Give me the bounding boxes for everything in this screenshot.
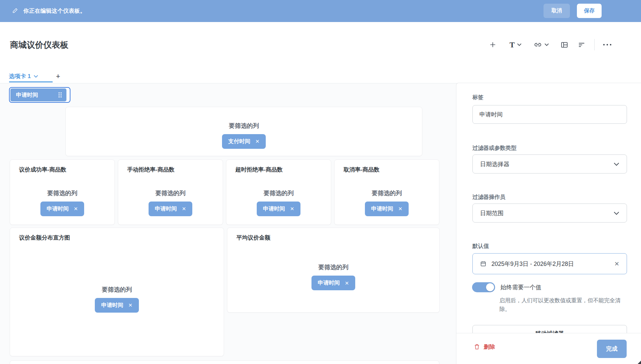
label-input[interactable] [472, 105, 627, 124]
chevron-down-icon [614, 212, 619, 215]
card-title: 手动拒绝率-商品数 [127, 166, 175, 173]
add-card-button[interactable] [487, 39, 499, 51]
drag-grabber-icon[interactable] [58, 92, 62, 98]
column-chip-label: 申请时间 [155, 205, 177, 213]
column-chip[interactable]: 申请时间 ✕ [257, 202, 301, 216]
default-value-date-input[interactable]: 2025年9月3日 - 2026年2月28日 ✕ [472, 253, 627, 274]
column-to-filter-label: 要筛选的列 [47, 189, 77, 197]
tab-selector[interactable]: 选项卡 1 [9, 72, 38, 80]
active-tab-label: 选项卡 1 [9, 72, 31, 80]
column-to-filter-label: 要筛选的列 [102, 286, 132, 294]
add-link-button[interactable] [531, 39, 552, 51]
require-value-description: 启用后，人们可以更改数值或重置，但不能完全清除。 [499, 296, 630, 314]
link-icon [534, 41, 542, 49]
corner-resize-artifact [638, 361, 641, 364]
column-chip-label: 申请时间 [47, 205, 69, 213]
default-date-range-value: 2025年9月3日 - 2026年2月28日 [491, 260, 614, 268]
column-chip-label: 申请时间 [318, 279, 340, 287]
column-chip-label: 申请时间 [371, 205, 393, 213]
edit-mode-message: 你正在编辑这个仪表板。 [23, 7, 86, 15]
ellipsis-icon [603, 44, 612, 46]
filter-operator-value: 日期范围 [480, 209, 503, 217]
add-filter-button[interactable] [576, 39, 588, 51]
text-tool-icon: T [509, 41, 514, 49]
filter-settings-sidebar: 标签 过滤器或参数类型 日期选择器 过滤器操作员 日期范围 默认值 2025年9… [456, 83, 641, 364]
remove-column-icon[interactable]: ✕ [345, 281, 349, 286]
column-chip-label: 申请时间 [263, 205, 285, 213]
edit-mode-bar: 你正在编辑这个仪表板。 取消 保存 [0, 0, 641, 22]
remove-column-icon[interactable]: ✕ [128, 303, 133, 308]
card-bargain-success-rate[interactable]: 议价成功率-商品数 要筛选的列 申请时间 ✕ [10, 159, 115, 225]
column-to-filter-label: 要筛选的列 [263, 189, 293, 197]
column-chip[interactable]: 申请时间 ✕ [95, 298, 139, 313]
add-text-button[interactable]: T [506, 39, 525, 51]
add-section-button[interactable] [558, 39, 570, 51]
column-chip[interactable]: 申请时间 ✕ [40, 202, 84, 216]
chevron-down-icon [517, 43, 521, 46]
filter-type-value: 日期选择器 [480, 160, 509, 168]
remove-column-icon[interactable]: ✕ [290, 206, 294, 211]
column-chip-label: 支付时间 [228, 138, 250, 145]
column-to-filter-label: 要筛选的列 [372, 189, 402, 197]
column-to-filter-label: 要筛选的列 [155, 189, 185, 197]
card-timeout-reject-rate[interactable]: 超时拒绝率-商品数 要筛选的列 申请时间 ✕ [226, 159, 331, 225]
card-title: 议价成功率-商品数 [19, 166, 66, 173]
card-partially-visible[interactable] [10, 360, 439, 364]
card-title: 超时拒绝率-商品数 [235, 166, 283, 173]
toolbar-divider [594, 39, 595, 50]
operator-field-label: 过滤器操作员 [472, 194, 505, 201]
page-title[interactable]: 商城议价仪表板 [10, 39, 68, 50]
filter-type-select[interactable]: 日期选择器 [472, 154, 627, 173]
type-field-label: 过滤器或参数类型 [472, 144, 516, 152]
chevron-down-icon [614, 162, 619, 166]
remove-column-icon[interactable]: ✕ [398, 206, 403, 211]
card-wide-top[interactable]: 要筛选的列 支付时间 ✕ [65, 107, 422, 156]
column-to-filter-label: 要筛选的列 [229, 122, 259, 130]
remove-column-icon[interactable]: ✕ [74, 206, 78, 211]
card-title: 议价金额分布直方图 [19, 234, 70, 242]
column-chip-label: 申请时间 [101, 302, 123, 309]
card-cancel-rate[interactable]: 取消率-商品数 要筛选的列 申请时间 ✕ [334, 159, 439, 225]
pencil-icon [12, 7, 18, 15]
label-field-label: 标签 [472, 94, 483, 101]
column-chip[interactable]: 支付时间 ✕ [222, 134, 266, 149]
chevron-down-icon [34, 75, 38, 78]
remove-column-icon[interactable]: ✕ [255, 139, 260, 144]
column-chip[interactable]: 申请时间 ✕ [149, 202, 193, 216]
done-button[interactable]: 完成 [597, 340, 627, 358]
require-value-label: 始终需要一个值 [500, 283, 542, 291]
require-value-row: 始终需要一个值 [472, 282, 542, 292]
save-button[interactable]: 保存 [577, 4, 602, 18]
toggle-knob [486, 283, 494, 291]
dashboard-filter-chip-selected[interactable]: 申请时间 [9, 87, 70, 103]
clear-default-value-icon[interactable]: ✕ [614, 260, 619, 268]
column-chip[interactable]: 申请时间 ✕ [311, 276, 356, 290]
section-layout-icon [561, 41, 568, 49]
card-title: 平均议价金额 [236, 234, 270, 242]
remove-column-icon[interactable]: ✕ [182, 206, 186, 211]
column-chip[interactable]: 申请时间 ✕ [365, 202, 409, 216]
card-manual-reject-rate[interactable]: 手动拒绝率-商品数 要筛选的列 申请时间 ✕ [118, 159, 223, 225]
filter-chip-label: 申请时间 [16, 91, 38, 99]
trash-icon [474, 344, 480, 350]
active-tab-indicator [9, 81, 53, 82]
chevron-down-icon [545, 43, 549, 46]
filter-icon [578, 41, 585, 48]
card-title: 取消率-商品数 [344, 166, 380, 173]
column-to-filter-label: 要筛选的列 [318, 263, 348, 271]
card-bargain-amount-histogram[interactable]: 议价金额分布直方图 要筛选的列 申请时间 ✕ [10, 228, 224, 356]
sidebar-footer: 删除 完成 [456, 333, 641, 364]
filter-operator-select[interactable]: 日期范围 [472, 204, 627, 223]
default-value-label: 默认值 [472, 243, 489, 250]
require-value-toggle[interactable] [472, 282, 495, 292]
dashboard-toolbar: T [487, 38, 614, 51]
add-tab-button[interactable]: + [54, 72, 62, 81]
more-options-button[interactable] [601, 39, 614, 51]
card-average-bargain-amount[interactable]: 平均议价金额 要筛选的列 申请时间 ✕ [227, 228, 440, 313]
cancel-button[interactable]: 取消 [544, 4, 570, 18]
calendar-icon [480, 261, 486, 267]
delete-filter-button[interactable]: 删除 [474, 343, 495, 351]
delete-filter-label: 删除 [484, 343, 495, 351]
